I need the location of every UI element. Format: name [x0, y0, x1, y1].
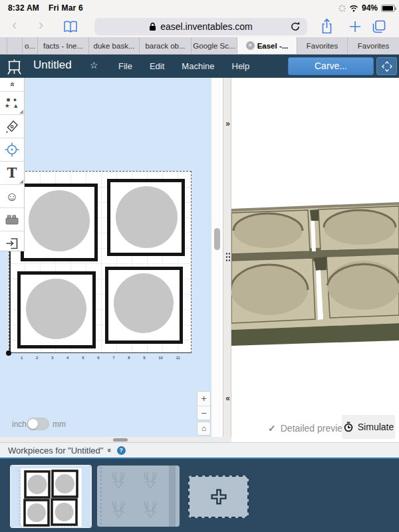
design-circle[interactable] — [26, 279, 86, 339]
menu-bar: File Edit Machine Help — [118, 61, 249, 71]
tab-barack[interactable]: barack ob... — [140, 37, 192, 54]
home-view-button[interactable]: ⌂ — [197, 422, 211, 436]
ipad-screen: 8:32 AMFri Mar 6 94% ‹ › easel.inventabl… — [0, 0, 399, 532]
tab-partial[interactable]: o... — [23, 37, 38, 54]
status-time-date: 8:32 AMFri Mar 6 — [8, 3, 92, 13]
add-workpiece-button[interactable] — [188, 475, 249, 518]
share-icon[interactable] — [321, 18, 333, 35]
preview-3d-render[interactable] — [231, 193, 399, 349]
design-square[interactable] — [105, 267, 183, 344]
project-title[interactable]: Untitled — [33, 59, 72, 72]
design-canvas[interactable]: 1 2 3 4 5 6 7 8 9 10 11 inch mm + − ⌂ — [0, 78, 211, 437]
icons-library-button[interactable]: ☺ — [0, 185, 24, 208]
ruler-tick: 1 — [21, 356, 23, 360]
shapes-tool-button[interactable]: ■ ●★ ▲ — [0, 92, 24, 115]
workpiece-thumb-deer[interactable] — [97, 466, 180, 527]
horizontal-scrollbar[interactable] — [113, 438, 128, 442]
text-tool-button[interactable]: T — [0, 162, 24, 185]
divider-drag-handle[interactable] — [225, 252, 230, 262]
design-square[interactable] — [107, 179, 185, 256]
design-circle[interactable] — [29, 190, 90, 251]
carve-button[interactable]: Carve... — [288, 57, 374, 75]
import-button[interactable] — [0, 231, 24, 255]
unit-toggle[interactable] — [27, 418, 49, 430]
canvas-scroll-gutter — [211, 78, 223, 437]
draw-tool-button[interactable] — [0, 115, 24, 138]
sidebar-collapse-button[interactable]: » — [0, 78, 24, 92]
bookmarks-icon[interactable] — [63, 20, 78, 33]
workpiece-selection[interactable] — [9, 171, 192, 353]
collapse-left-icon[interactable]: « — [224, 394, 231, 403]
smiley-icon: ☺ — [5, 190, 18, 203]
shapes-icon: ■ ●★ ▲ — [5, 97, 19, 109]
panel-divider[interactable]: » « — [223, 78, 231, 437]
easel-header: Untitled ☆ File Edit Machine Help Carve.… — [0, 55, 399, 78]
menu-file[interactable]: File — [118, 61, 132, 71]
tab-easel-label: Easel -... — [257, 42, 289, 50]
tab-easel-active[interactable]: × Easel -... — [237, 37, 297, 54]
tab-google[interactable]: Google Sc... — [192, 37, 237, 54]
ruler-tick: 10 — [158, 356, 163, 360]
apps-button[interactable] — [0, 208, 24, 231]
battery-percent: 94% — [362, 3, 378, 13]
origin-point[interactable] — [6, 350, 11, 356]
url-text: easel.inventables.com — [160, 21, 253, 32]
crosshair-icon — [4, 142, 20, 158]
close-tab-icon[interactable]: × — [246, 41, 255, 50]
pan-arrows-icon — [381, 61, 393, 72]
status-time: 8:32 AM — [8, 3, 39, 13]
status-bar: 8:32 AMFri Mar 6 94% — [0, 0, 399, 16]
design-circle[interactable] — [116, 186, 178, 248]
workpieces-bar: Workpieces for "Untitled" » ? — [0, 442, 399, 458]
detailed-preview-toggle[interactable]: ✓ Detailed preview — [268, 423, 349, 434]
check-icon: ✓ — [268, 423, 276, 434]
menu-machine[interactable]: Machine — [182, 61, 214, 71]
text-icon: T — [7, 165, 17, 181]
ruler-tick: 4 — [66, 356, 68, 360]
workpiece-thumb-circles — [11, 466, 92, 528]
ruler-tick: 6 — [97, 356, 99, 360]
tab-sliver-2[interactable] — [7, 37, 23, 54]
tab-sliver-1[interactable] — [0, 37, 7, 54]
ruler-tick: 8 — [128, 356, 130, 360]
workpieces-collapse-icon[interactable]: » — [106, 448, 114, 452]
help-icon[interactable]: ? — [117, 446, 126, 455]
back-button[interactable]: ‹ — [12, 17, 17, 34]
mm-label: mm — [53, 420, 66, 429]
zoom-controls: + − — [197, 391, 211, 420]
design-square[interactable] — [17, 271, 96, 348]
zoom-out-button[interactable]: − — [198, 406, 210, 420]
new-tab-icon[interactable] — [348, 20, 362, 33]
tab-favorites-1[interactable]: Favorites — [297, 37, 348, 54]
menu-edit[interactable]: Edit — [150, 61, 164, 71]
status-date: Fri Mar 6 — [49, 3, 83, 13]
reload-icon[interactable] — [290, 21, 301, 32]
simulate-button[interactable]: Simulate — [342, 415, 395, 439]
tab-duke[interactable]: duke bask... — [89, 37, 140, 54]
workpiece-thumbnails-bar — [0, 458, 399, 532]
lock-icon — [149, 22, 156, 31]
tabs-overview-icon[interactable] — [371, 19, 386, 34]
workpiece-thumb-active[interactable] — [10, 465, 92, 528]
expand-right-icon[interactable]: » — [224, 119, 231, 128]
tool-sidebar: » ■ ●★ ▲ T ☺ — [0, 78, 25, 251]
design-circle[interactable] — [114, 273, 174, 333]
tab-favorites-2[interactable]: Favorites — [348, 37, 399, 54]
wifi-icon — [349, 5, 358, 12]
pan-control[interactable] — [376, 57, 397, 75]
tab-facts[interactable]: facts - Ine... — [38, 37, 89, 54]
forward-button[interactable]: › — [39, 17, 43, 34]
ruler-tick: 7 — [112, 356, 114, 360]
zoom-in-button[interactable]: + — [198, 392, 210, 406]
collapse-up-icon: » — [7, 82, 17, 87]
inch-label: inch — [12, 420, 27, 429]
browser-toolbar: ‹ › easel.inventables.com — [0, 16, 399, 37]
menu-help[interactable]: Help — [232, 61, 250, 71]
set-origin-button[interactable] — [0, 138, 24, 162]
simulate-label: Simulate — [358, 422, 394, 432]
design-square[interactable] — [21, 184, 98, 261]
favorite-star-icon[interactable]: ☆ — [90, 60, 98, 70]
submenu-indicator — [19, 180, 23, 184]
vertical-scrollbar[interactable] — [214, 228, 220, 250]
address-bar[interactable]: easel.inventables.com — [94, 18, 307, 35]
